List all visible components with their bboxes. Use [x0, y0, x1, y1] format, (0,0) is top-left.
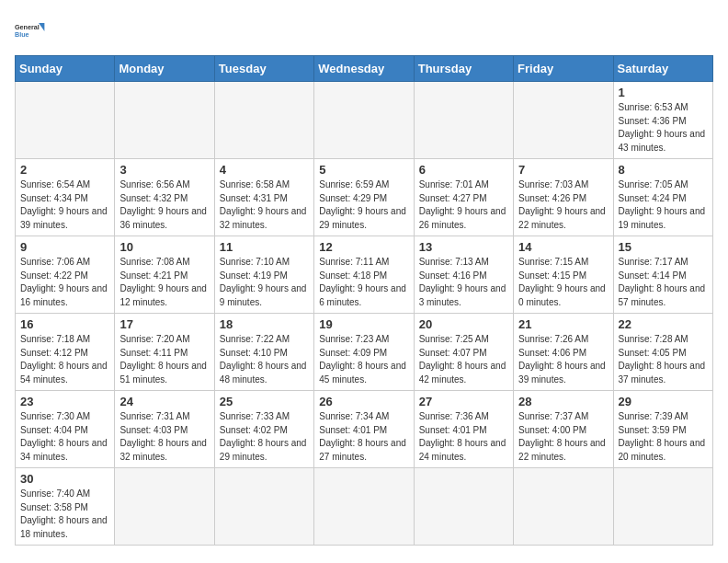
calendar-cell: 3Sunrise: 6:56 AM Sunset: 4:32 PM Daylig…: [115, 159, 214, 236]
day-number: 23: [20, 395, 109, 408]
calendar-cell: 13Sunrise: 7:13 AM Sunset: 4:16 PM Dayli…: [414, 236, 513, 314]
header-day-monday: Monday: [115, 56, 214, 82]
calendar-cell: [314, 82, 414, 159]
calendar-cell: 8Sunrise: 7:05 AM Sunset: 4:24 PM Daylig…: [613, 159, 712, 236]
calendar-cell: 28Sunrise: 7:37 AM Sunset: 4:00 PM Dayli…: [514, 391, 613, 468]
sun-info: Sunrise: 7:08 AM Sunset: 4:21 PM Dayligh…: [119, 256, 209, 309]
calendar-cell: 2Sunrise: 6:54 AM Sunset: 4:34 PM Daylig…: [16, 159, 115, 236]
calendar-cell: 14Sunrise: 7:15 AM Sunset: 4:15 PM Dayli…: [514, 236, 613, 314]
sun-info: Sunrise: 7:17 AM Sunset: 4:14 PM Dayligh…: [619, 256, 708, 309]
day-number: 19: [319, 317, 408, 331]
calendar-cell: 27Sunrise: 7:36 AM Sunset: 4:01 PM Dayli…: [414, 391, 513, 468]
calendar-cell: 26Sunrise: 7:34 AM Sunset: 4:01 PM Dayli…: [314, 391, 414, 468]
calendar-week-4: 16Sunrise: 7:18 AM Sunset: 4:12 PM Dayli…: [16, 314, 713, 391]
calendar-cell: 10Sunrise: 7:08 AM Sunset: 4:21 PM Dayli…: [115, 236, 214, 314]
calendar-cell: [414, 82, 513, 159]
sun-info: Sunrise: 7:28 AM Sunset: 4:05 PM Dayligh…: [619, 333, 708, 386]
header-day-wednesday: Wednesday: [314, 56, 414, 82]
sun-info: Sunrise: 7:10 AM Sunset: 4:19 PM Dayligh…: [220, 256, 309, 309]
calendar-cell: 16Sunrise: 7:18 AM Sunset: 4:12 PM Dayli…: [16, 314, 115, 391]
header-day-thursday: Thursday: [414, 56, 513, 82]
day-number: 1: [619, 86, 708, 99]
calendar-cell: 19Sunrise: 7:23 AM Sunset: 4:09 PM Dayli…: [314, 314, 414, 391]
sun-info: Sunrise: 6:53 AM Sunset: 4:36 PM Dayligh…: [619, 101, 708, 155]
calendar-cell: 9Sunrise: 7:06 AM Sunset: 4:22 PM Daylig…: [16, 236, 115, 314]
calendar-cell: 12Sunrise: 7:11 AM Sunset: 4:18 PM Dayli…: [314, 236, 414, 314]
calendar-week-6: 30Sunrise: 7:40 AM Sunset: 3:58 PM Dayli…: [16, 468, 713, 546]
calendar-cell: 1Sunrise: 6:53 AM Sunset: 4:36 PM Daylig…: [613, 82, 712, 159]
sun-info: Sunrise: 7:22 AM Sunset: 4:10 PM Dayligh…: [220, 333, 309, 386]
calendar-week-3: 9Sunrise: 7:06 AM Sunset: 4:22 PM Daylig…: [16, 236, 713, 314]
calendar-cell: 20Sunrise: 7:25 AM Sunset: 4:07 PM Dayli…: [414, 314, 513, 391]
page-header: GeneralBlue: [15, 15, 713, 48]
calendar-cell: 23Sunrise: 7:30 AM Sunset: 4:04 PM Dayli…: [16, 391, 115, 468]
calendar-header-row: SundayMondayTuesdayWednesdayThursdayFrid…: [16, 56, 713, 82]
calendar-cell: 18Sunrise: 7:22 AM Sunset: 4:10 PM Dayli…: [214, 314, 313, 391]
sun-info: Sunrise: 6:56 AM Sunset: 4:32 PM Dayligh…: [119, 178, 209, 232]
sun-info: Sunrise: 7:11 AM Sunset: 4:18 PM Dayligh…: [319, 256, 408, 309]
day-number: 16: [20, 317, 109, 331]
calendar-cell: 6Sunrise: 7:01 AM Sunset: 4:27 PM Daylig…: [414, 159, 513, 236]
logo-icon: GeneralBlue: [15, 15, 48, 48]
sun-info: Sunrise: 6:59 AM Sunset: 4:29 PM Dayligh…: [319, 178, 408, 232]
sun-info: Sunrise: 7:06 AM Sunset: 4:22 PM Dayligh…: [20, 256, 109, 309]
calendar-cell: 24Sunrise: 7:31 AM Sunset: 4:03 PM Dayli…: [115, 391, 214, 468]
calendar-cell: [414, 468, 513, 546]
day-number: 10: [119, 240, 209, 254]
day-number: 30: [20, 472, 109, 486]
calendar-week-1: 1Sunrise: 6:53 AM Sunset: 4:36 PM Daylig…: [16, 82, 713, 159]
day-number: 5: [319, 163, 408, 177]
day-number: 3: [119, 163, 209, 177]
day-number: 9: [20, 240, 109, 254]
header-day-saturday: Saturday: [613, 56, 712, 82]
sun-info: Sunrise: 7:05 AM Sunset: 4:24 PM Dayligh…: [619, 178, 708, 232]
sun-info: Sunrise: 7:26 AM Sunset: 4:06 PM Dayligh…: [518, 333, 608, 386]
sun-info: Sunrise: 7:37 AM Sunset: 4:00 PM Dayligh…: [518, 410, 608, 464]
calendar-cell: [214, 468, 313, 546]
sun-info: Sunrise: 7:39 AM Sunset: 3:59 PM Dayligh…: [619, 410, 708, 464]
calendar-cell: [115, 468, 214, 546]
day-number: 27: [419, 395, 508, 408]
calendar-cell: [115, 82, 214, 159]
calendar-cell: 4Sunrise: 6:58 AM Sunset: 4:31 PM Daylig…: [214, 159, 313, 236]
calendar-cell: [613, 468, 712, 546]
calendar-cell: 22Sunrise: 7:28 AM Sunset: 4:05 PM Dayli…: [613, 314, 712, 391]
day-number: 29: [619, 395, 708, 408]
header-day-sunday: Sunday: [16, 56, 115, 82]
calendar-cell: 25Sunrise: 7:33 AM Sunset: 4:02 PM Dayli…: [214, 391, 313, 468]
sun-info: Sunrise: 7:13 AM Sunset: 4:16 PM Dayligh…: [419, 256, 508, 309]
sun-info: Sunrise: 6:58 AM Sunset: 4:31 PM Dayligh…: [220, 178, 309, 232]
sun-info: Sunrise: 7:23 AM Sunset: 4:09 PM Dayligh…: [319, 333, 408, 386]
calendar-cell: 29Sunrise: 7:39 AM Sunset: 3:59 PM Dayli…: [613, 391, 712, 468]
calendar-cell: 11Sunrise: 7:10 AM Sunset: 4:19 PM Dayli…: [214, 236, 313, 314]
day-number: 22: [619, 317, 708, 331]
calendar-table: SundayMondayTuesdayWednesdayThursdayFrid…: [15, 55, 713, 546]
sun-info: Sunrise: 7:33 AM Sunset: 4:02 PM Dayligh…: [220, 410, 309, 464]
day-number: 20: [419, 317, 508, 331]
day-number: 4: [220, 163, 309, 177]
calendar-week-2: 2Sunrise: 6:54 AM Sunset: 4:34 PM Daylig…: [16, 159, 713, 236]
header-day-tuesday: Tuesday: [214, 56, 313, 82]
sun-info: Sunrise: 7:40 AM Sunset: 3:58 PM Dayligh…: [20, 488, 109, 541]
sun-info: Sunrise: 6:54 AM Sunset: 4:34 PM Dayligh…: [20, 178, 109, 232]
day-number: 8: [619, 163, 708, 177]
calendar-cell: [214, 82, 313, 159]
calendar-cell: [16, 82, 115, 159]
calendar-cell: [514, 468, 613, 546]
sun-info: Sunrise: 7:01 AM Sunset: 4:27 PM Dayligh…: [419, 178, 508, 232]
day-number: 15: [619, 240, 708, 254]
calendar-cell: 7Sunrise: 7:03 AM Sunset: 4:26 PM Daylig…: [514, 159, 613, 236]
calendar-cell: 15Sunrise: 7:17 AM Sunset: 4:14 PM Dayli…: [613, 236, 712, 314]
day-number: 11: [220, 240, 309, 254]
day-number: 14: [518, 240, 608, 254]
calendar-cell: 30Sunrise: 7:40 AM Sunset: 3:58 PM Dayli…: [16, 468, 115, 546]
svg-text:General: General: [15, 23, 40, 31]
sun-info: Sunrise: 7:25 AM Sunset: 4:07 PM Dayligh…: [419, 333, 508, 386]
day-number: 7: [518, 163, 608, 177]
day-number: 18: [220, 317, 309, 331]
header-day-friday: Friday: [514, 56, 613, 82]
day-number: 12: [319, 240, 408, 254]
logo: GeneralBlue: [15, 15, 48, 48]
calendar-week-5: 23Sunrise: 7:30 AM Sunset: 4:04 PM Dayli…: [16, 391, 713, 468]
calendar-cell: 5Sunrise: 6:59 AM Sunset: 4:29 PM Daylig…: [314, 159, 414, 236]
